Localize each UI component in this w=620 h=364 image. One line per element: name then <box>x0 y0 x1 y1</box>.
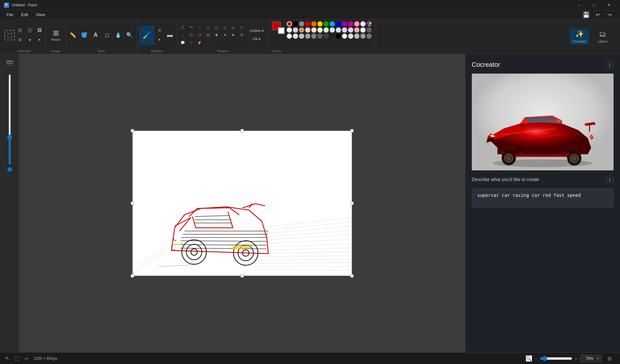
undo-button[interactable]: ↩ <box>593 10 603 20</box>
swatch-yellow[interactable] <box>317 21 323 26</box>
swatch-e10[interactable] <box>342 34 347 39</box>
shape-octagon[interactable]: ⊡ <box>204 32 212 39</box>
swatch-black[interactable] <box>293 21 298 26</box>
shape-hexagon[interactable]: ⬡ <box>196 32 203 39</box>
swatch-e8[interactable] <box>330 34 335 39</box>
swatch-ltpurple[interactable] <box>342 27 347 33</box>
selection-arrow-button[interactable]: ▾ <box>35 35 44 45</box>
zoom-out-button[interactable]: 🔍 <box>526 355 532 362</box>
swatch-e13[interactable] <box>360 34 366 39</box>
shape-diamond[interactable]: ◇ <box>238 24 245 31</box>
resize-button[interactable]: ⊞ Resize <box>48 25 64 45</box>
save-button[interactable]: 💾 <box>581 10 591 20</box>
swatch-lightgray[interactable] <box>360 21 366 26</box>
swatch-ltorange[interactable] <box>311 27 316 33</box>
menu-edit[interactable]: Edit <box>17 11 32 18</box>
size-range-input[interactable] <box>9 74 11 165</box>
shape-arrow-r[interactable]: → <box>179 32 186 39</box>
swatch-magenta[interactable] <box>348 21 353 26</box>
swatch-e2[interactable] <box>293 34 298 39</box>
swatch-lgray2[interactable] <box>293 27 298 33</box>
swatch-ltred[interactable] <box>305 27 310 33</box>
shape-circle[interactable]: ○ <box>196 24 203 31</box>
shape-line[interactable]: ╱ <box>179 24 186 31</box>
shape-rounded-rect[interactable]: ▢ <box>213 24 220 31</box>
cocreator-panel-button[interactable]: ✨ Cocreator <box>570 29 589 45</box>
swatch-rainbow[interactable] <box>367 21 372 26</box>
swatch-salmon[interactable] <box>354 27 359 33</box>
redo-button[interactable]: ↪ <box>604 10 615 20</box>
zoom-slider[interactable] <box>540 356 572 361</box>
shape-curve[interactable]: 〜 <box>188 24 195 31</box>
swatch-empty1[interactable] <box>287 34 292 39</box>
swatch-dgray[interactable] <box>367 27 372 33</box>
eraser-button[interactable]: ◻ <box>102 30 112 40</box>
zoom-fit-button[interactable]: ⊡ <box>604 353 615 364</box>
brush-down-button[interactable]: ▾ <box>155 35 164 45</box>
zoom-button[interactable]: 🔍 <box>124 30 135 40</box>
swatch-pink[interactable] <box>354 21 359 26</box>
shape-more[interactable]: … <box>204 39 212 46</box>
swatch-green[interactable] <box>324 21 329 26</box>
swatch-e6[interactable] <box>317 34 323 39</box>
shape-right-triangle[interactable]: ◺ <box>230 24 237 31</box>
menu-view[interactable]: View <box>32 11 49 18</box>
swatch-e14[interactable] <box>367 34 372 39</box>
swatch-red[interactable] <box>287 21 292 26</box>
close-button[interactable]: ✕ <box>601 0 616 10</box>
describe-info-icon[interactable]: ℹ <box>606 176 614 183</box>
brush-size-slider[interactable] <box>7 74 12 350</box>
prompt-input[interactable]: supercar car racing car red fast speed <box>472 188 614 208</box>
shape-lightning[interactable]: ⚡ <box>196 39 203 46</box>
paint-canvas[interactable] <box>132 131 352 276</box>
swatch-e3[interactable] <box>299 34 304 39</box>
swatch-gray[interactable] <box>299 21 304 26</box>
shape-star4[interactable]: ✦ <box>221 32 228 39</box>
swatch-tan[interactable] <box>299 27 304 33</box>
fill-shape-btn[interactable]: Fill ▾ <box>248 35 266 43</box>
menu-file[interactable]: File <box>3 11 17 18</box>
text-button[interactable]: A <box>90 30 101 40</box>
swatch-ltcyan[interactable] <box>330 27 335 33</box>
zoom-dropdown-arrow[interactable]: ▾ <box>597 356 599 360</box>
swatch-e4[interactable] <box>305 34 310 39</box>
swatch-white[interactable] <box>287 27 292 33</box>
brush-style-button[interactable]: ≡ <box>155 26 164 35</box>
shape-callout[interactable]: 💬 <box>179 39 186 46</box>
maximize-button[interactable]: □ <box>586 0 601 10</box>
swatch-e9[interactable] <box>336 34 341 39</box>
shape-star6[interactable]: ✡ <box>238 32 245 39</box>
swatch-ltgreen[interactable] <box>324 27 329 33</box>
swatch-ltyellow[interactable] <box>317 27 323 33</box>
shape-cross[interactable]: ✚ <box>213 32 220 39</box>
selection-down-button[interactable]: ▾ <box>25 35 34 45</box>
picker-button[interactable]: 💧 <box>113 30 123 40</box>
background-color[interactable] <box>278 27 285 34</box>
rotate-button[interactable]: ↻ <box>16 35 25 45</box>
swatch-ltblue[interactable] <box>336 27 341 33</box>
shape-star5[interactable]: ★ <box>230 32 237 39</box>
cocreator-info-icon[interactable]: ℹ <box>606 61 614 68</box>
fill-button[interactable]: 🪣 <box>79 30 89 40</box>
swatch-e5[interactable] <box>311 34 316 39</box>
canvas-area[interactable] <box>19 54 465 352</box>
minimize-button[interactable]: ─ <box>572 0 586 10</box>
layers-panel-button[interactable]: 🗂 Layers <box>593 29 612 45</box>
shape-heart[interactable]: ♡ <box>188 39 195 46</box>
brush-texture-button[interactable]: ▬ <box>165 30 175 40</box>
crop-button[interactable]: ⊡ <box>16 26 25 35</box>
swatch-e7[interactable] <box>324 34 329 39</box>
shape-triangle[interactable]: △ <box>221 24 228 31</box>
pencil-button[interactable]: ✏️ <box>68 30 78 40</box>
brush-button[interactable]: 🖌️ <box>139 25 154 45</box>
shape-rect[interactable]: □ <box>204 24 212 31</box>
swatch-orange[interactable] <box>311 21 316 26</box>
zoom-value-container[interactable]: 75% ▾ <box>580 355 602 362</box>
selection-more-button[interactable]: ⬛ <box>25 26 34 35</box>
swatch-purple[interactable] <box>342 21 347 26</box>
swatch-cyan[interactable] <box>330 21 335 26</box>
outline-btn[interactable]: Outline ▾ <box>248 27 266 35</box>
swatch-blue[interactable] <box>336 21 341 26</box>
swatch-ltpink[interactable] <box>348 27 353 33</box>
swatch-red2[interactable] <box>305 21 310 26</box>
